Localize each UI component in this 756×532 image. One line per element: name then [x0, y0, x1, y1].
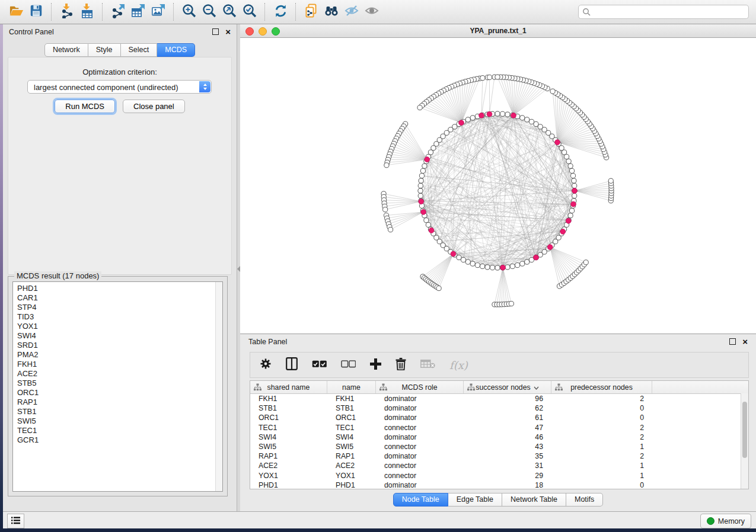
tab-network-table[interactable]: Network Table: [502, 493, 566, 507]
table-cell: SWI5: [250, 442, 327, 451]
table-cell: 47: [464, 423, 551, 432]
network-window-titlebar[interactable]: YPA_prune.txt_1: [240, 24, 756, 38]
zoom-fit-icon: [222, 3, 237, 21]
mcds-result-item[interactable]: STB1: [13, 407, 222, 416]
mcds-result-item[interactable]: STB5: [13, 379, 222, 388]
table-row[interactable]: TEC1TEC1connector472: [250, 423, 748, 432]
mcds-result-item[interactable]: PMA2: [13, 350, 222, 360]
tab-network[interactable]: Network: [44, 43, 88, 57]
table-cell: STB1: [250, 403, 327, 413]
table-row[interactable]: SWI4SWI4dominator462: [250, 432, 748, 442]
table-row[interactable]: ACE2ACE2connector311: [250, 461, 748, 470]
table-cell: PHD1: [327, 480, 376, 489]
export-table-button[interactable]: [128, 2, 148, 21]
table-cell: STB1: [327, 403, 376, 413]
save-session-button[interactable]: [26, 2, 46, 21]
tab-node-table[interactable]: Node Table: [393, 493, 448, 507]
close-window-icon[interactable]: [245, 27, 254, 36]
table-scrollbar[interactable]: [741, 393, 748, 489]
export-image-button[interactable]: [148, 2, 168, 21]
refresh-view-button[interactable]: [270, 2, 291, 21]
criterion-dropdown[interactable]: largest connected component (undirected): [27, 80, 212, 94]
table-cell: FKH1: [327, 394, 376, 403]
mcds-result-item[interactable]: SWI5: [13, 416, 222, 426]
maximize-window-icon[interactable]: [272, 27, 280, 36]
table-row[interactable]: PHD1PHD1dominator180: [250, 480, 748, 489]
table-row[interactable]: YOX1YOX1connector291: [250, 471, 748, 480]
mcds-result-item[interactable]: SWI4: [13, 331, 222, 341]
mcds-result-item[interactable]: ACE2: [13, 369, 222, 379]
list-icon: [11, 516, 20, 527]
float-window-icon[interactable]: [729, 338, 736, 345]
zoom-selected-button[interactable]: [240, 2, 260, 21]
network-view-canvas[interactable]: [240, 38, 756, 334]
table-row[interactable]: FKH1FKH1dominator962: [250, 394, 748, 403]
zoom-in-icon: [181, 3, 197, 21]
deselect-all-button[interactable]: [341, 360, 356, 370]
mcds-result-item[interactable]: GCR1: [13, 435, 222, 445]
tab-motifs[interactable]: Motifs: [566, 493, 603, 507]
mcds-result-item[interactable]: TEC1: [13, 426, 222, 435]
export-network-button[interactable]: [108, 2, 128, 21]
find-button[interactable]: [321, 2, 342, 21]
mcds-result-item[interactable]: SRD1: [13, 341, 222, 350]
dropdown-stepper-icon: [199, 81, 210, 92]
column-header-successor-nodes[interactable]: successor nodes: [464, 381, 551, 393]
mcds-result-item[interactable]: FKH1: [13, 360, 222, 369]
zoom-fit-button[interactable]: [219, 2, 240, 21]
table-settings-button[interactable]: [260, 358, 272, 372]
mcds-result-item[interactable]: CAR1: [13, 293, 222, 303]
table-row[interactable]: SWI5SWI5connector431: [250, 442, 748, 451]
network-canvas-svg: [240, 38, 756, 334]
mcds-result-item[interactable]: ORC1: [13, 388, 222, 398]
import-network-button[interactable]: [57, 2, 77, 21]
clone-network-button[interactable]: [301, 2, 321, 21]
zoom-out-button[interactable]: [199, 2, 219, 21]
show-all-button[interactable]: [362, 2, 382, 21]
table-row[interactable]: STB1STB1dominator620: [250, 403, 748, 413]
select-all-button[interactable]: [312, 360, 327, 370]
import-table-button[interactable]: [77, 2, 97, 21]
run-mcds-button[interactable]: Run MCDS: [55, 100, 115, 113]
hide-selected-button[interactable]: [342, 2, 362, 21]
export-table-icon: [130, 3, 146, 21]
close-panel-icon[interactable]: ×: [225, 29, 231, 34]
column-header-predecessor-nodes[interactable]: predecessor nodes: [551, 381, 652, 393]
delete-column-button[interactable]: [395, 358, 406, 373]
shared-column-icon: [555, 383, 563, 393]
close-panel-button[interactable]: Close panel: [123, 100, 185, 113]
table-scrollbar-thumb[interactable]: [742, 402, 747, 458]
float-window-icon[interactable]: [212, 28, 219, 35]
table-tabs: Node Table Edge Table Network Table Moti…: [240, 493, 756, 507]
mcds-result-groupbox: MCDS result (17 nodes) PHD1CAR1STP4TID3Y…: [8, 276, 228, 496]
mcds-result-item[interactable]: TID3: [13, 312, 222, 322]
zoom-in-button[interactable]: [179, 2, 199, 21]
memory-button[interactable]: Memory: [700, 514, 751, 528]
delete-table-button: [420, 359, 435, 371]
split-panel-button[interactable]: [286, 357, 298, 373]
tab-edge-table[interactable]: Edge Table: [448, 493, 502, 507]
table-cell: dominator: [376, 480, 464, 489]
open-session-button[interactable]: [6, 2, 26, 21]
tab-select[interactable]: Select: [121, 43, 158, 57]
add-column-button[interactable]: [370, 358, 381, 372]
task-history-button[interactable]: [7, 514, 24, 528]
column-header-mcds-role[interactable]: MCDS role: [376, 381, 464, 393]
mcds-result-item[interactable]: YOX1: [13, 322, 222, 331]
table-cell: dominator: [376, 403, 464, 413]
table-cell: ACE2: [250, 461, 327, 470]
column-header-name[interactable]: name: [327, 381, 376, 393]
close-panel-icon[interactable]: ×: [742, 339, 748, 344]
mcds-result-item[interactable]: PHD1: [13, 284, 222, 293]
column-header-shared-name[interactable]: shared name: [250, 381, 327, 393]
minimize-window-icon[interactable]: [259, 27, 267, 36]
tab-mcds[interactable]: MCDS: [157, 43, 195, 57]
mcds-list-scrollbar[interactable]: [215, 282, 222, 491]
tab-style[interactable]: Style: [88, 43, 121, 57]
eye-slash-icon: [344, 3, 359, 21]
table-row[interactable]: RAP1RAP1dominator352: [250, 451, 748, 461]
search-input[interactable]: [578, 5, 749, 19]
table-row[interactable]: ORC1ORC1dominator610: [250, 413, 748, 422]
mcds-result-item[interactable]: RAP1: [13, 398, 222, 407]
mcds-result-item[interactable]: STP4: [13, 303, 222, 312]
